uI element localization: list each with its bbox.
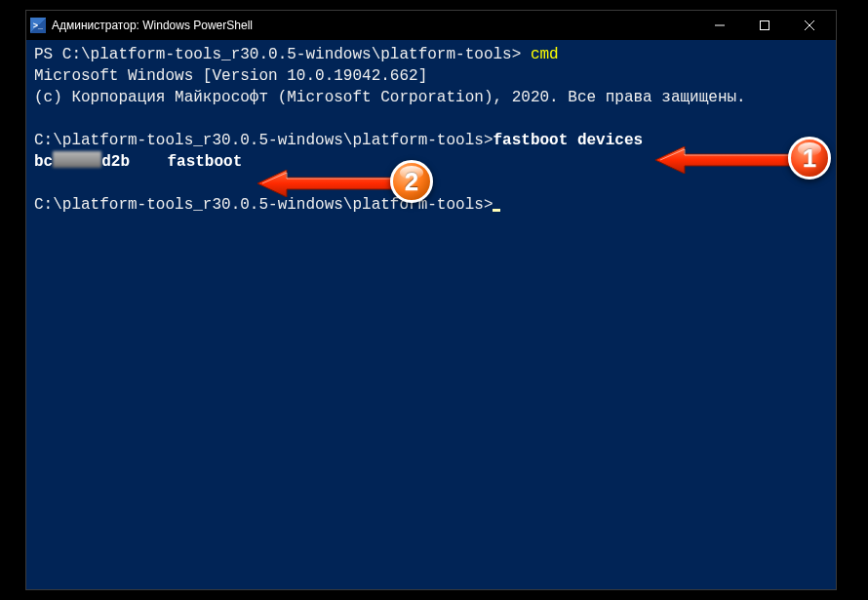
- blurred-device-id: [53, 151, 101, 168]
- maximize-button[interactable]: [742, 11, 787, 40]
- ps-prompt-line: PS C:\platform-tools_r30.0.5-windows\pla…: [34, 44, 828, 65]
- fastboot-devices-command: fastboot devices: [493, 132, 643, 149]
- powershell-window: >_ Администратор: Windows PowerShell PS …: [25, 10, 837, 590]
- terminal-area[interactable]: PS C:\platform-tools_r30.0.5-windows\pla…: [26, 40, 836, 589]
- cmd-prompt-current: C:\platform-tools_r30.0.5-windows\platfo…: [34, 196, 493, 214]
- cmd-command: cmd: [531, 46, 559, 63]
- fastboot-command-line: C:\platform-tools_r30.0.5-windows\platfo…: [34, 130, 828, 151]
- close-button[interactable]: [787, 11, 832, 40]
- cmd-prompt: C:\platform-tools_r30.0.5-windows\platfo…: [34, 132, 493, 149]
- version-line: Microsoft Windows [Version 10.0.19042.66…: [34, 65, 828, 87]
- minimize-button[interactable]: [697, 11, 742, 40]
- window-controls: [697, 11, 832, 40]
- blank-line-2: [34, 173, 828, 194]
- device-mode: fastboot: [130, 153, 242, 171]
- ps-prompt: PS C:\platform-tools_r30.0.5-windows\pla…: [34, 46, 531, 63]
- device-id-suffix: d2b: [101, 153, 130, 171]
- window-title: Администратор: Windows PowerShell: [52, 19, 697, 32]
- cursor: [493, 209, 500, 212]
- device-id-prefix: bc: [34, 153, 53, 171]
- svg-rect-1: [761, 21, 769, 30]
- blank-line: [34, 108, 828, 130]
- copyright-line: (c) Корпорация Майкрософт (Microsoft Cor…: [34, 87, 828, 108]
- device-output-line: bcd2b fastboot: [34, 151, 828, 173]
- titlebar[interactable]: >_ Администратор: Windows PowerShell: [26, 11, 836, 40]
- current-prompt-line: C:\platform-tools_r30.0.5-windows\platfo…: [34, 194, 828, 216]
- powershell-icon: >_: [30, 18, 46, 33]
